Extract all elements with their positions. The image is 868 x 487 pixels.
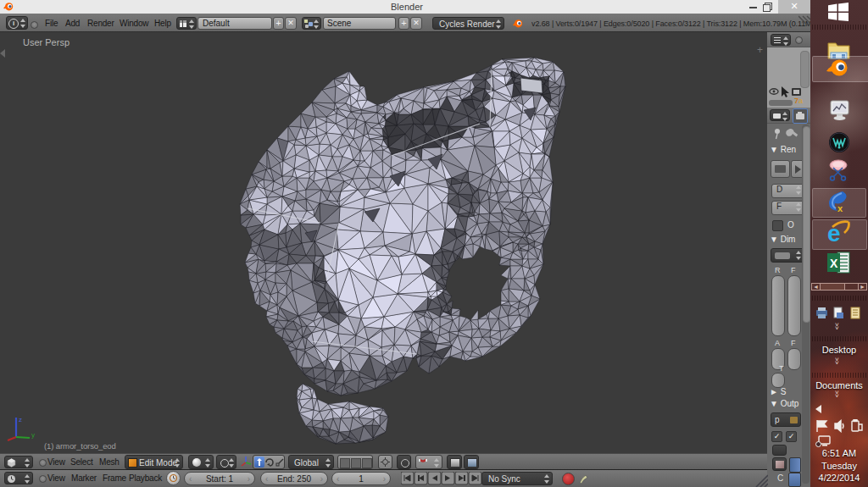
svg-text:x: x	[837, 203, 843, 213]
svg-text:X: X	[830, 257, 838, 270]
